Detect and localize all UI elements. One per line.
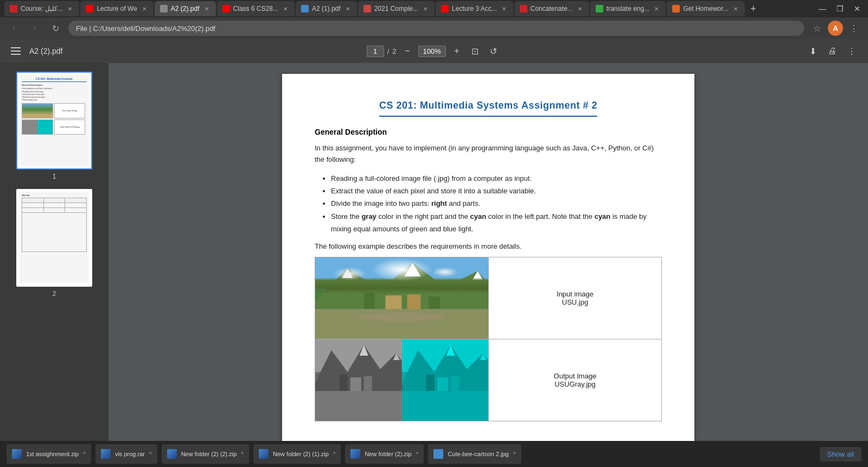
output-label-line1: Output Image bbox=[554, 372, 597, 380]
tab-label-4: Class 6 CS28... bbox=[233, 5, 278, 12]
new-tab-button[interactable]: + bbox=[746, 1, 761, 16]
output-label-line2: USUGray.jpg bbox=[554, 380, 596, 388]
toolbar-icons: ☆ A ⋮ bbox=[809, 21, 861, 36]
user-avatar[interactable]: A bbox=[828, 21, 843, 36]
taskbar-arrow-5: ^ bbox=[416, 451, 419, 457]
taskbar-label-2: vis prog.rar bbox=[115, 451, 145, 457]
svg-marker-1 bbox=[315, 263, 488, 312]
print-button[interactable]: 🖨 bbox=[825, 43, 840, 59]
pdf-document[interactable]: CS 201: Multimedia Systems Assignment # … bbox=[108, 63, 868, 441]
thumbnail-content-1: CS 201: Multimedia Systems General Descr… bbox=[20, 75, 89, 166]
taskbar-item-4[interactable]: New folder (2) (1).zip ^ bbox=[253, 444, 341, 464]
svg-rect-7 bbox=[386, 295, 402, 309]
input-image-cell bbox=[315, 257, 489, 339]
output-image bbox=[315, 339, 488, 421]
tab-close-10[interactable]: ✕ bbox=[732, 5, 739, 12]
zoom-in-button[interactable]: + bbox=[449, 43, 464, 59]
input-label-cell: Input image USU.jpg bbox=[489, 257, 662, 339]
svg-rect-5 bbox=[315, 309, 488, 339]
back-button[interactable]: ‹ bbox=[7, 21, 22, 36]
restore-button[interactable]: ❐ bbox=[833, 2, 846, 15]
tab-1[interactable]: Course: كليل... ✕ bbox=[4, 1, 79, 16]
tab-9[interactable]: translate eng... ✕ bbox=[590, 1, 666, 16]
tab-6[interactable]: 2021 Comple... ✕ bbox=[358, 1, 435, 16]
taskbar-item-1[interactable]: 1st assighnment.zip ^ bbox=[7, 444, 91, 464]
tab-favicon-7 bbox=[441, 5, 449, 12]
tab-4[interactable]: Class 6 CS28... ✕ bbox=[217, 1, 295, 16]
tab-favicon-6 bbox=[363, 5, 371, 12]
tab-10[interactable]: Get Homewor... ✕ bbox=[667, 1, 744, 16]
bullet-3: Divide the image into two parts: right a… bbox=[331, 197, 662, 210]
doc-header: CS 201: Multimedia Systems Assignment # … bbox=[315, 100, 662, 117]
svg-rect-26 bbox=[450, 376, 458, 391]
more-options-button[interactable]: ⋮ bbox=[844, 43, 859, 59]
svg-rect-25 bbox=[437, 377, 448, 391]
tab-label-6: 2021 Comple... bbox=[374, 5, 418, 12]
tab-close-4[interactable]: ✕ bbox=[282, 5, 289, 12]
close-button[interactable]: ✕ bbox=[851, 2, 864, 15]
taskbar-label-6: Cute-bee-cartoon 2.jpg bbox=[448, 451, 509, 457]
tab-close-1[interactable]: ✕ bbox=[66, 5, 74, 12]
tab-2[interactable]: Lecture of We ✕ bbox=[80, 1, 153, 16]
taskbar-label-1: 1st assighnment.zip bbox=[26, 451, 79, 457]
thumbnail-content-2: Table data bbox=[20, 192, 89, 283]
forward-button[interactable]: › bbox=[27, 21, 42, 36]
svg-point-10 bbox=[359, 313, 445, 321]
tab-close-8[interactable]: ✕ bbox=[576, 5, 584, 12]
hamburger-line bbox=[11, 47, 21, 48]
taskbar-icon-3 bbox=[167, 449, 177, 459]
reload-button[interactable]: ↻ bbox=[48, 21, 63, 36]
page-number-input[interactable] bbox=[367, 46, 384, 57]
pdf-toolbar: A2 (2).pdf / 2 − 100% + ⊡ ↺ ⬇ 🖨 ⋮ bbox=[0, 39, 868, 63]
input-svg bbox=[315, 257, 488, 339]
tab-close-6[interactable]: ✕ bbox=[422, 5, 429, 12]
taskbar-label-5: New folder (2).zip bbox=[365, 451, 411, 457]
pdf-sidebar[interactable]: CS 201: Multimedia Systems General Descr… bbox=[0, 63, 108, 441]
menu-icon[interactable]: ⋮ bbox=[846, 21, 861, 36]
bookmark-icon[interactable]: ☆ bbox=[809, 21, 825, 36]
tab-3[interactable]: A2 (2).pdf ✕ bbox=[155, 1, 216, 16]
zoom-out-button[interactable]: − bbox=[400, 43, 415, 59]
bullet-list: Reading a full-colored image file (.jpg)… bbox=[331, 172, 662, 236]
svg-rect-17 bbox=[350, 377, 361, 391]
tab-close-2[interactable]: ✕ bbox=[141, 5, 148, 12]
tab-7[interactable]: Lecture 3 Acc... ✕ bbox=[436, 1, 513, 16]
tab-5[interactable]: A2 (1).pdf ✕ bbox=[296, 1, 357, 16]
minimize-button[interactable]: — bbox=[816, 2, 829, 15]
hamburger-menu[interactable] bbox=[9, 45, 23, 57]
zoom-level: 100% bbox=[418, 46, 446, 57]
svg-rect-8 bbox=[407, 294, 421, 309]
output-label-cell: Output Image USUGray.jpg bbox=[489, 339, 662, 421]
tab-8[interactable]: Concatenate... ✕ bbox=[514, 1, 589, 16]
taskbar-arrow-4: ^ bbox=[333, 451, 336, 457]
intro-text: In this assignment, you have to implemen… bbox=[315, 143, 662, 166]
svg-rect-18 bbox=[364, 376, 372, 391]
thumbnail-1[interactable]: CS 201: Multimedia Systems General Descr… bbox=[4, 72, 104, 180]
pdf-page-controls: / 2 − 100% + ⊡ ↺ bbox=[367, 43, 501, 59]
url-bar[interactable]: File | C:/Users/dell/Downloads/A2%20(2).… bbox=[68, 21, 804, 36]
taskbar-item-2[interactable]: vis prog.rar ^ bbox=[95, 444, 157, 464]
rotate-button[interactable]: ↺ bbox=[486, 43, 501, 59]
pdf-page: CS 201: Multimedia Systems Assignment # … bbox=[282, 74, 694, 441]
tab-close-5[interactable]: ✕ bbox=[344, 5, 352, 12]
taskbar-icon-6 bbox=[433, 449, 443, 459]
url-text: File | C:/Users/dell/Downloads/A2%20(2).… bbox=[76, 24, 215, 33]
show-all-button[interactable]: Show all bbox=[820, 447, 861, 462]
taskbar-item-5[interactable]: New folder (2).zip ^ bbox=[345, 444, 424, 464]
tab-close-3[interactable]: ✕ bbox=[203, 5, 210, 12]
taskbar-item-6[interactable]: Cute-bee-cartoon 2.jpg ^ bbox=[428, 444, 521, 464]
tab-favicon-2 bbox=[86, 5, 93, 12]
taskbar: 1st assighnment.zip ^ vis prog.rar ^ New… bbox=[0, 441, 868, 467]
main-area: CS 201: Multimedia Systems General Descr… bbox=[0, 63, 868, 441]
output-cyan-half bbox=[402, 339, 489, 421]
taskbar-icon-5 bbox=[350, 449, 360, 459]
download-button[interactable]: ⬇ bbox=[805, 43, 820, 59]
taskbar-item-3[interactable]: New folder (2) (2).zip ^ bbox=[162, 444, 249, 464]
example-text: The following example describes the requ… bbox=[315, 242, 662, 250]
svg-marker-2 bbox=[405, 263, 421, 276]
tab-close-7[interactable]: ✕ bbox=[500, 5, 508, 12]
fit-page-button[interactable]: ⊡ bbox=[468, 43, 483, 59]
input-label-line2: USU.jpg bbox=[562, 298, 588, 306]
tab-close-9[interactable]: ✕ bbox=[653, 5, 660, 12]
thumbnail-2[interactable]: Table data bbox=[4, 189, 104, 298]
